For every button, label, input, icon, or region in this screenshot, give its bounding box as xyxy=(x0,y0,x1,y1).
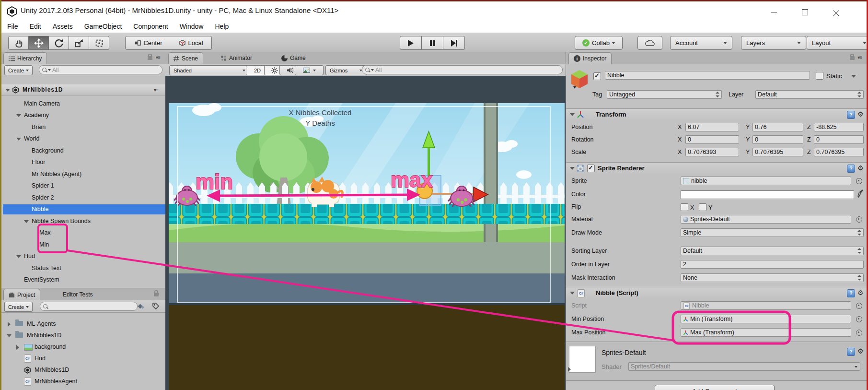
gizmos-dropdown[interactable]: Gizmos xyxy=(325,65,367,75)
draw-mode-dropdown[interactable]: Simple xyxy=(681,228,864,237)
hierarchy-item[interactable]: EventSystem xyxy=(3,275,166,285)
max-position-object-field[interactable]: Max (Transform) xyxy=(681,328,851,337)
sprite-renderer-header[interactable]: Sprite Renderer ? ⚙ xyxy=(566,162,867,174)
project-create-button[interactable]: Create xyxy=(4,302,33,312)
help-icon[interactable]: ? xyxy=(847,289,855,297)
foldout-icon[interactable] xyxy=(24,220,29,223)
help-icon[interactable]: ? xyxy=(847,165,855,173)
component-checkbox[interactable] xyxy=(587,165,595,172)
pause-button[interactable] xyxy=(422,36,443,50)
position-y-field[interactable]: 0.76 xyxy=(752,123,803,131)
collab-button[interactable]: ✓ Collab xyxy=(575,36,623,50)
foldout-icon[interactable] xyxy=(16,255,21,258)
play-button[interactable] xyxy=(400,36,422,50)
menu-component[interactable]: Component xyxy=(127,23,174,30)
object-picker-icon[interactable] xyxy=(856,316,862,322)
mask-interaction-dropdown[interactable]: None xyxy=(681,273,864,282)
object-picker-icon[interactable] xyxy=(856,303,862,309)
hierarchy-item[interactable]: Nibble Spawn Bounds xyxy=(3,216,166,226)
hierarchy-item[interactable]: Brain xyxy=(3,122,166,132)
project-search-input[interactable] xyxy=(40,302,138,311)
flip-y-checkbox[interactable] xyxy=(699,203,706,211)
account-button[interactable]: Account xyxy=(670,36,732,50)
hand-tool-button[interactable] xyxy=(8,36,29,50)
hierarchy-item[interactable]: Academy xyxy=(3,110,166,120)
scale-tool-button[interactable] xyxy=(69,36,89,50)
maximize-button[interactable] xyxy=(792,3,817,22)
static-dropdown-icon[interactable] xyxy=(851,75,856,78)
hierarchy-item[interactable]: Mr Nibbles (Agent) xyxy=(3,169,166,179)
tab-editor-tests[interactable]: Editor Tests xyxy=(58,289,97,300)
lock-icon[interactable] xyxy=(154,293,159,296)
foldout-icon[interactable] xyxy=(5,89,10,92)
search-by-label-icon[interactable] xyxy=(152,302,160,310)
scene-menu-icon[interactable]: ▾≡ xyxy=(154,84,158,95)
foldout-icon[interactable] xyxy=(16,138,21,141)
sprite-object-field[interactable]: nibble xyxy=(681,177,851,185)
foldout-icon[interactable] xyxy=(7,334,12,337)
layout-button[interactable]: Layout xyxy=(807,36,868,50)
hierarchy-item[interactable]: Floor xyxy=(3,157,166,167)
min-position-object-field[interactable]: Min (Transform) xyxy=(681,315,851,323)
project-item[interactable]: MrNibbles1D xyxy=(3,331,166,341)
project-item[interactable]: background xyxy=(3,342,166,352)
eyedropper-icon[interactable] xyxy=(857,189,864,199)
active-checkbox[interactable] xyxy=(593,72,601,80)
menu-file[interactable]: File xyxy=(1,23,24,30)
tab-project[interactable]: Project xyxy=(3,289,40,301)
hierarchy-create-button[interactable]: Create xyxy=(4,65,33,75)
hierarchy-item[interactable]: Status Text xyxy=(3,263,166,273)
menu-help[interactable]: Help xyxy=(209,23,234,30)
title-bar[interactable]: Unity 2017.2.0f3 Personal (64bit) - MrNi… xyxy=(1,1,867,20)
hierarchy-item[interactable]: Background xyxy=(3,146,166,156)
pivot-local-button[interactable]: Local xyxy=(171,36,212,50)
lock-icon[interactable] xyxy=(148,56,152,60)
position-z-field[interactable]: -88.625 xyxy=(814,123,864,131)
tab-scene[interactable]: Scene xyxy=(168,52,203,64)
rotate-tool-button[interactable] xyxy=(49,36,69,50)
hierarchy-item-nibble-selected[interactable]: Nibble xyxy=(3,204,166,214)
hierarchy-item[interactable]: Hud xyxy=(3,251,166,261)
add-component-button[interactable]: Add Component xyxy=(655,385,775,390)
shader-dropdown[interactable]: Sprites/Default xyxy=(628,362,860,371)
hierarchy-item[interactable]: Spider 2 xyxy=(3,193,166,203)
pivot-center-button[interactable]: Center xyxy=(125,36,172,50)
gear-icon[interactable]: ⚙ xyxy=(857,289,864,296)
menu-gameobject[interactable]: GameObject xyxy=(79,23,128,30)
static-checkbox[interactable] xyxy=(816,72,823,80)
menu-edit[interactable]: Edit xyxy=(24,23,47,30)
foldout-icon[interactable] xyxy=(570,167,575,170)
gear-icon[interactable]: ⚙ xyxy=(857,165,864,172)
transform-header[interactable]: Transform ? ⚙ xyxy=(566,108,867,120)
panel-menu-icon[interactable]: ▾≡ xyxy=(857,55,862,60)
scale-y-field[interactable]: 0.7076395 xyxy=(752,148,803,156)
rect-tool-button[interactable] xyxy=(89,36,109,50)
scene-canvas[interactable]: X Nibbles Collected Y Deaths min max xyxy=(165,76,566,390)
foldout-icon[interactable] xyxy=(570,113,575,116)
rotation-y-field[interactable]: 0 xyxy=(752,135,803,144)
layers-button[interactable]: Layers xyxy=(741,36,806,50)
material-object-field[interactable]: Sprites-Default xyxy=(681,215,851,224)
hierarchy-item[interactable]: Main Camera xyxy=(3,99,166,109)
tag-dropdown[interactable]: Untagged xyxy=(607,90,722,99)
foldout-icon[interactable] xyxy=(570,292,575,295)
rotation-x-field[interactable]: 0 xyxy=(685,135,739,144)
object-picker-icon[interactable] xyxy=(856,330,862,336)
lock-icon[interactable] xyxy=(850,56,855,60)
tab-hierarchy[interactable]: Hierarchy xyxy=(3,52,47,64)
move-tool-button[interactable] xyxy=(29,36,49,50)
scale-x-field[interactable]: 0.7076393 xyxy=(685,148,739,156)
panel-menu-icon[interactable]: ▾≡ xyxy=(156,55,160,60)
scale-z-field[interactable]: 0.7076395 xyxy=(814,148,864,156)
shaded-dropdown[interactable]: Shaded xyxy=(169,65,250,75)
step-button[interactable] xyxy=(443,36,465,50)
minimize-button[interactable] xyxy=(761,3,786,22)
hierarchy-scene-header[interactable]: MrNibbles1D ▾≡ xyxy=(1,84,165,96)
project-item[interactable]: C#MrNibblesAgent xyxy=(3,377,166,387)
menu-window[interactable]: Window xyxy=(174,23,209,30)
layer-dropdown[interactable]: Default xyxy=(755,90,864,99)
object-picker-icon[interactable] xyxy=(856,178,862,184)
flip-x-checkbox[interactable] xyxy=(681,203,688,211)
cloud-button[interactable] xyxy=(637,36,662,50)
order-in-layer-field[interactable]: 2 xyxy=(681,260,864,269)
